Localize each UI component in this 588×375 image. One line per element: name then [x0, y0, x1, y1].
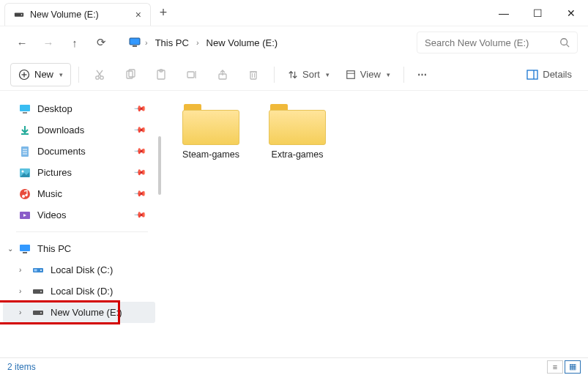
drive-icon	[32, 307, 44, 319]
search-box[interactable]	[417, 31, 578, 53]
sidebar-item-label: Local Disk (C:)	[51, 264, 113, 275]
close-window-button[interactable]: ✕	[554, 0, 588, 26]
sidebar-item-videos[interactable]: Videos📌	[3, 204, 155, 226]
sort-button[interactable]: Sort ▾	[282, 63, 335, 86]
minimize-button[interactable]: —	[487, 0, 521, 26]
sidebar-item-this-pc[interactable]: ⌄ This PC	[3, 238, 155, 259]
svg-point-10	[100, 75, 103, 78]
new-button-label: New	[34, 69, 53, 80]
file-list[interactable]: Steam-gamesExtra-games	[161, 91, 588, 357]
main-area: Desktop📌Downloads📌Documents📌Pictures📌Mus…	[0, 91, 588, 357]
sidebar-item-label: Downloads	[37, 125, 84, 135]
video-icon	[19, 209, 31, 221]
desktop-icon	[19, 103, 31, 115]
window-tab[interactable]: New Volume (E:) ×	[4, 3, 151, 26]
sidebar-item-label: Videos	[37, 209, 67, 220]
copy-button[interactable]	[117, 63, 144, 86]
refresh-button[interactable]: ⟳	[89, 31, 113, 54]
details-icon	[526, 69, 538, 81]
details-pane-button[interactable]: Details	[521, 63, 578, 86]
sidebar-item-label: Local Disk (D:)	[51, 286, 113, 297]
svg-point-9	[96, 75, 99, 78]
chevron-right-icon[interactable]: ›	[19, 266, 21, 274]
svg-rect-3	[133, 45, 137, 47]
breadcrumb[interactable]: › This PC › New Volume (E:)	[126, 36, 414, 50]
search-input[interactable]	[425, 37, 554, 48]
svg-line-5	[567, 45, 570, 48]
svg-point-38	[22, 195, 25, 198]
sidebar-item-documents[interactable]: Documents📌	[3, 141, 155, 162]
chevron-down-icon: ▾	[59, 71, 63, 78]
sidebar-item-label: Pictures	[37, 167, 72, 178]
icons-view-button[interactable]: ▦	[565, 360, 581, 374]
sidebar-item-label: Desktop	[37, 103, 72, 114]
svg-rect-29	[23, 112, 27, 114]
svg-point-48	[40, 291, 42, 292]
svg-point-4	[561, 39, 567, 45]
chevron-down-icon: ▾	[387, 71, 390, 78]
delete-button[interactable]	[240, 63, 267, 86]
svg-rect-24	[347, 70, 355, 78]
drive-icon	[14, 10, 24, 20]
details-view-button[interactable]: ≡	[547, 360, 563, 374]
sidebar-item-label: Music	[37, 188, 62, 199]
new-tab-button[interactable]: +	[151, 0, 176, 26]
scrollbar[interactable]	[158, 136, 161, 195]
share-button[interactable]	[209, 63, 236, 86]
sidebar-divider	[16, 231, 148, 232]
back-button[interactable]: ←	[10, 31, 34, 54]
chevron-right-icon[interactable]: ›	[19, 308, 21, 316]
sidebar-item-music[interactable]: Music📌	[3, 183, 155, 204]
pin-icon: 📌	[133, 166, 146, 179]
up-button[interactable]: ↑	[63, 31, 86, 54]
rename-button[interactable]	[179, 63, 205, 86]
maximize-button[interactable]: ☐	[521, 0, 554, 26]
forward-button[interactable]: →	[37, 31, 60, 54]
item-count: 2 items	[7, 362, 36, 372]
new-button[interactable]: New ▾	[10, 63, 71, 86]
svg-point-1	[21, 14, 23, 15]
svg-rect-42	[20, 245, 30, 251]
svg-point-50	[40, 312, 42, 313]
view-button[interactable]: View ▾	[340, 63, 396, 86]
more-button[interactable]: ⋯	[412, 63, 434, 86]
chevron-right-icon[interactable]: ›	[196, 38, 199, 47]
view-label: View	[360, 69, 381, 80]
toolbar-divider	[78, 67, 79, 83]
folder-item[interactable]: Steam-games	[176, 104, 246, 160]
view-icon	[346, 70, 356, 80]
pin-icon: 📌	[133, 123, 146, 137]
sidebar-item-drive[interactable]: ›Local Disk (D:)	[3, 281, 155, 302]
svg-point-36	[22, 170, 24, 172]
toolbar: New ▾ Sort ▾ View ▾ ⋯ Details	[0, 59, 588, 91]
svg-rect-43	[23, 252, 27, 253]
sidebar-item-desktop[interactable]: Desktop📌	[3, 98, 155, 119]
search-icon[interactable]	[559, 37, 570, 48]
sidebar-item-label: Documents	[37, 146, 86, 157]
drive-icon	[32, 264, 44, 276]
cut-button[interactable]	[86, 63, 113, 86]
sidebar: Desktop📌Downloads📌Documents📌Pictures📌Mus…	[0, 91, 161, 357]
paste-button[interactable]	[148, 63, 174, 86]
folder-icon	[269, 104, 326, 145]
pin-icon: 📌	[133, 102, 146, 116]
sidebar-item-pictures[interactable]: Pictures📌	[3, 162, 155, 183]
sidebar-item-drive[interactable]: ›Local Disk (C:)	[3, 259, 155, 281]
sidebar-item-label: This PC	[37, 243, 71, 254]
folder-item[interactable]: Extra-games	[262, 104, 332, 160]
chevron-right-icon[interactable]: ›	[145, 38, 148, 47]
chevron-right-icon[interactable]: ›	[19, 287, 21, 295]
breadcrumb-item[interactable]: New Volume (E:)	[204, 36, 281, 50]
sidebar-item-drive[interactable]: ›New Volume (E:)	[3, 302, 155, 323]
sidebar-item-label: New Volume (E:)	[51, 307, 122, 318]
pin-icon: 📌	[133, 187, 146, 201]
svg-point-39	[25, 193, 27, 196]
sidebar-item-downloads[interactable]: Downloads📌	[3, 119, 155, 141]
document-icon	[19, 146, 31, 157]
close-tab-icon[interactable]: ×	[135, 9, 141, 21]
chevron-down-icon: ▾	[326, 71, 330, 78]
view-toggle: ≡ ▦	[547, 360, 581, 374]
chevron-down-icon[interactable]: ⌄	[7, 245, 13, 253]
breadcrumb-item[interactable]: This PC	[152, 36, 192, 50]
sort-icon	[288, 70, 298, 80]
